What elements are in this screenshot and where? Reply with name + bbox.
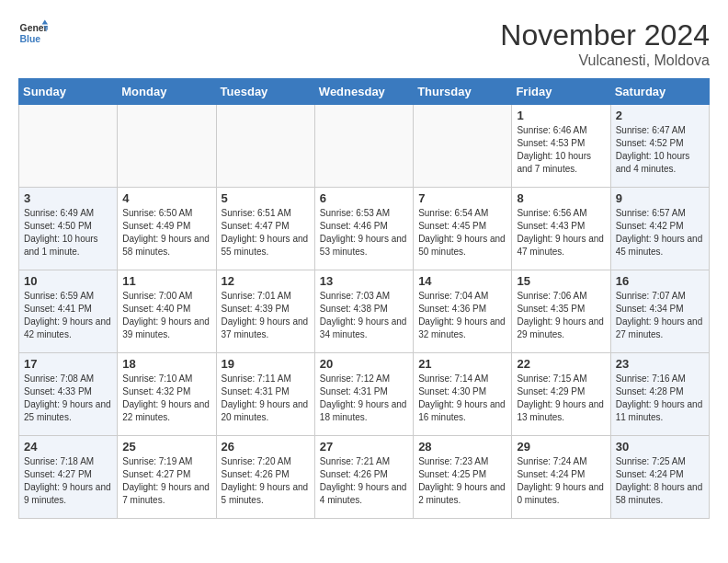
- calendar-cell: 20Sunrise: 7:12 AM Sunset: 4:31 PM Dayli…: [314, 353, 413, 436]
- day-number: 23: [616, 357, 704, 371]
- location-subtitle: Vulcanesti, Moldova: [500, 52, 710, 69]
- col-header-saturday: Saturday: [610, 79, 709, 105]
- calendar-week-3: 10Sunrise: 6:59 AM Sunset: 4:41 PM Dayli…: [19, 270, 710, 353]
- day-number: 24: [24, 440, 112, 454]
- day-number: 15: [517, 274, 605, 288]
- month-title: November 2024: [500, 18, 710, 52]
- calendar-cell: 18Sunrise: 7:10 AM Sunset: 4:32 PM Dayli…: [118, 353, 216, 436]
- day-number: 4: [122, 191, 210, 205]
- day-info: Sunrise: 7:10 AM Sunset: 4:32 PM Dayligh…: [122, 373, 210, 424]
- day-number: 12: [222, 274, 310, 288]
- day-number: 9: [616, 191, 704, 205]
- calendar-cell: [19, 105, 118, 188]
- calendar-cell: 3Sunrise: 6:49 AM Sunset: 4:50 PM Daylig…: [19, 188, 118, 270]
- day-info: Sunrise: 6:46 AM Sunset: 4:53 PM Dayligh…: [517, 124, 605, 176]
- day-info: Sunrise: 7:06 AM Sunset: 4:35 PM Dayligh…: [517, 290, 605, 341]
- logo-icon: General Blue: [18, 18, 48, 48]
- col-header-monday: Monday: [118, 79, 216, 105]
- svg-text:General: General: [20, 23, 48, 33]
- col-header-sunday: Sunday: [19, 79, 118, 105]
- calendar-cell: 5Sunrise: 6:51 AM Sunset: 4:47 PM Daylig…: [216, 188, 314, 270]
- day-info: Sunrise: 6:53 AM Sunset: 4:46 PM Dayligh…: [320, 207, 408, 259]
- svg-text:Blue: Blue: [20, 34, 41, 44]
- calendar-cell: 25Sunrise: 7:19 AM Sunset: 4:27 PM Dayli…: [118, 436, 216, 519]
- calendar-cell: [414, 105, 512, 188]
- day-info: Sunrise: 7:03 AM Sunset: 4:38 PM Dayligh…: [320, 290, 408, 341]
- day-info: Sunrise: 7:21 AM Sunset: 4:26 PM Dayligh…: [320, 455, 408, 507]
- calendar-cell: 26Sunrise: 7:20 AM Sunset: 4:26 PM Dayli…: [216, 436, 314, 519]
- calendar-cell: [314, 105, 413, 188]
- calendar-week-4: 17Sunrise: 7:08 AM Sunset: 4:33 PM Dayli…: [19, 353, 710, 436]
- calendar-cell: 28Sunrise: 7:23 AM Sunset: 4:25 PM Dayli…: [414, 436, 512, 519]
- calendar-header-row: SundayMondayTuesdayWednesdayThursdayFrid…: [19, 79, 710, 105]
- calendar-week-2: 3Sunrise: 6:49 AM Sunset: 4:50 PM Daylig…: [19, 188, 710, 270]
- calendar-cell: 23Sunrise: 7:16 AM Sunset: 4:28 PM Dayli…: [610, 353, 709, 436]
- day-info: Sunrise: 6:47 AM Sunset: 4:52 PM Dayligh…: [616, 124, 704, 176]
- day-info: Sunrise: 7:01 AM Sunset: 4:39 PM Dayligh…: [222, 290, 310, 341]
- calendar-cell: 16Sunrise: 7:07 AM Sunset: 4:34 PM Dayli…: [610, 270, 709, 353]
- calendar-cell: 29Sunrise: 7:24 AM Sunset: 4:24 PM Dayli…: [512, 436, 610, 519]
- calendar-cell: 30Sunrise: 7:25 AM Sunset: 4:24 PM Dayli…: [610, 436, 709, 519]
- day-info: Sunrise: 7:19 AM Sunset: 4:27 PM Dayligh…: [122, 455, 210, 507]
- day-number: 22: [517, 357, 605, 371]
- calendar-table: SundayMondayTuesdayWednesdayThursdayFrid…: [18, 78, 710, 519]
- day-number: 19: [222, 357, 310, 371]
- day-info: Sunrise: 6:51 AM Sunset: 4:47 PM Dayligh…: [222, 207, 310, 259]
- calendar-week-5: 24Sunrise: 7:18 AM Sunset: 4:27 PM Dayli…: [19, 436, 710, 519]
- day-number: 6: [320, 191, 408, 205]
- day-number: 13: [320, 274, 408, 288]
- day-info: Sunrise: 6:54 AM Sunset: 4:45 PM Dayligh…: [418, 207, 506, 259]
- day-info: Sunrise: 7:04 AM Sunset: 4:36 PM Dayligh…: [418, 290, 506, 341]
- day-info: Sunrise: 6:59 AM Sunset: 4:41 PM Dayligh…: [24, 290, 112, 341]
- calendar-cell: 24Sunrise: 7:18 AM Sunset: 4:27 PM Dayli…: [19, 436, 118, 519]
- col-header-thursday: Thursday: [414, 79, 512, 105]
- col-header-friday: Friday: [512, 79, 610, 105]
- calendar-cell: 4Sunrise: 6:50 AM Sunset: 4:49 PM Daylig…: [118, 188, 216, 270]
- calendar-cell: 11Sunrise: 7:00 AM Sunset: 4:40 PM Dayli…: [118, 270, 216, 353]
- day-info: Sunrise: 6:50 AM Sunset: 4:49 PM Dayligh…: [122, 207, 210, 259]
- day-info: Sunrise: 7:00 AM Sunset: 4:40 PM Dayligh…: [122, 290, 210, 341]
- day-number: 17: [24, 357, 112, 371]
- day-number: 27: [320, 440, 408, 454]
- day-info: Sunrise: 7:11 AM Sunset: 4:31 PM Dayligh…: [222, 373, 310, 424]
- calendar-cell: 19Sunrise: 7:11 AM Sunset: 4:31 PM Dayli…: [216, 353, 314, 436]
- calendar-cell: 1Sunrise: 6:46 AM Sunset: 4:53 PM Daylig…: [512, 105, 610, 188]
- day-info: Sunrise: 7:12 AM Sunset: 4:31 PM Dayligh…: [320, 373, 408, 424]
- day-info: Sunrise: 7:16 AM Sunset: 4:28 PM Dayligh…: [616, 373, 704, 424]
- calendar-cell: 27Sunrise: 7:21 AM Sunset: 4:26 PM Dayli…: [314, 436, 413, 519]
- day-number: 21: [418, 357, 506, 371]
- col-header-wednesday: Wednesday: [314, 79, 413, 105]
- day-number: 2: [616, 109, 704, 122]
- day-info: Sunrise: 7:18 AM Sunset: 4:27 PM Dayligh…: [24, 455, 112, 507]
- day-number: 25: [122, 440, 210, 454]
- day-info: Sunrise: 7:20 AM Sunset: 4:26 PM Dayligh…: [222, 455, 310, 507]
- day-info: Sunrise: 7:14 AM Sunset: 4:30 PM Dayligh…: [418, 373, 506, 424]
- day-number: 10: [24, 274, 112, 288]
- day-info: Sunrise: 7:15 AM Sunset: 4:29 PM Dayligh…: [517, 373, 605, 424]
- day-number: 16: [616, 274, 704, 288]
- calendar-cell: 15Sunrise: 7:06 AM Sunset: 4:35 PM Dayli…: [512, 270, 610, 353]
- day-number: 18: [122, 357, 210, 371]
- day-number: 20: [320, 357, 408, 371]
- day-info: Sunrise: 6:49 AM Sunset: 4:50 PM Dayligh…: [24, 207, 112, 259]
- calendar-cell: 12Sunrise: 7:01 AM Sunset: 4:39 PM Dayli…: [216, 270, 314, 353]
- calendar-week-1: 1Sunrise: 6:46 AM Sunset: 4:53 PM Daylig…: [19, 105, 710, 188]
- day-number: 7: [418, 191, 506, 205]
- calendar-cell: 17Sunrise: 7:08 AM Sunset: 4:33 PM Dayli…: [19, 353, 118, 436]
- day-number: 30: [616, 440, 704, 454]
- day-number: 29: [517, 440, 605, 454]
- calendar-cell: 10Sunrise: 6:59 AM Sunset: 4:41 PM Dayli…: [19, 270, 118, 353]
- calendar-cell: 21Sunrise: 7:14 AM Sunset: 4:30 PM Dayli…: [414, 353, 512, 436]
- calendar-cell: 8Sunrise: 6:56 AM Sunset: 4:43 PM Daylig…: [512, 188, 610, 270]
- day-number: 26: [222, 440, 310, 454]
- day-info: Sunrise: 6:56 AM Sunset: 4:43 PM Dayligh…: [517, 207, 605, 259]
- logo: General Blue: [18, 18, 48, 48]
- day-number: 14: [418, 274, 506, 288]
- col-header-tuesday: Tuesday: [216, 79, 314, 105]
- day-info: Sunrise: 7:24 AM Sunset: 4:24 PM Dayligh…: [517, 455, 605, 507]
- day-info: Sunrise: 7:08 AM Sunset: 4:33 PM Dayligh…: [24, 373, 112, 424]
- day-number: 11: [122, 274, 210, 288]
- day-info: Sunrise: 7:07 AM Sunset: 4:34 PM Dayligh…: [616, 290, 704, 341]
- day-number: 3: [24, 191, 112, 205]
- day-info: Sunrise: 6:57 AM Sunset: 4:42 PM Dayligh…: [616, 207, 704, 259]
